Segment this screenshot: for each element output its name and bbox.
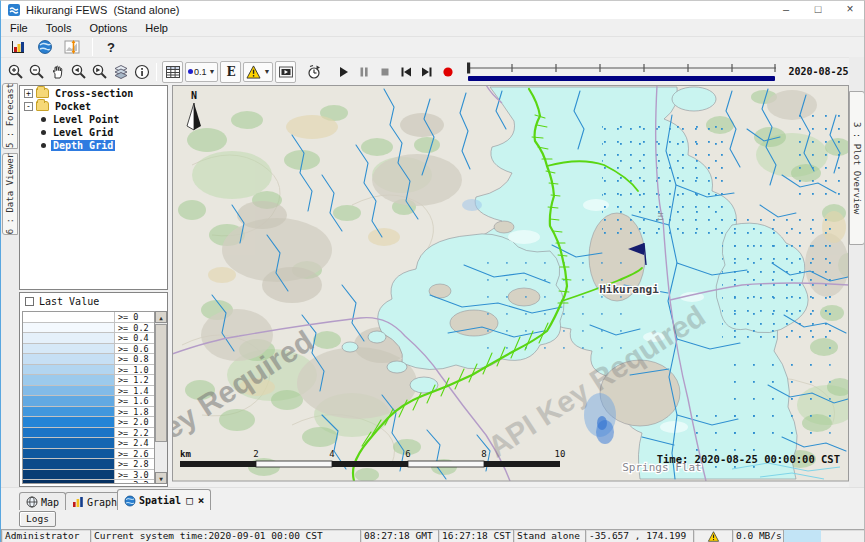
menu-file[interactable]: File xyxy=(1,20,37,36)
content-area: 5 : Forecast 6 : Data Viewer + Cross-sec… xyxy=(1,85,865,487)
frame-close-icon[interactable]: × xyxy=(198,494,205,507)
zoom-previous-button[interactable] xyxy=(68,61,89,83)
logs-row: Logs xyxy=(1,510,865,529)
skip-start-icon xyxy=(397,63,415,81)
time-slider[interactable] xyxy=(466,61,780,83)
tree-item-level-point[interactable]: Level Point xyxy=(20,113,167,125)
color-swatch xyxy=(23,354,115,365)
grid-display-button[interactable] xyxy=(162,61,183,83)
zoom-previous-icon xyxy=(70,63,88,81)
stop-button[interactable] xyxy=(374,61,395,83)
legend-row[interactable]: >= 0.8 xyxy=(23,354,164,365)
status-cst-time: 16:27:18 CST xyxy=(438,529,513,542)
legend-row[interactable]: >= 2.4 xyxy=(23,438,164,449)
maximize-button[interactable]: □ xyxy=(802,1,834,19)
menu-tools[interactable]: Tools xyxy=(37,20,81,36)
legend-row[interactable]: >= 3.2 xyxy=(23,480,164,484)
legend-row[interactable]: >= 1.6 xyxy=(23,396,164,407)
tree-item-pocket[interactable]: - Pocket xyxy=(20,100,167,112)
spatial-display-button[interactable] xyxy=(34,36,55,58)
legend-row[interactable]: >= 2.0 xyxy=(23,417,164,428)
status-user: Administrator xyxy=(1,529,90,542)
warning-dropdown[interactable]: ▼ xyxy=(243,62,273,82)
scroll-down-icon[interactable]: ▼ xyxy=(155,472,167,484)
zoom-out-button[interactable] xyxy=(26,61,47,83)
play-button[interactable] xyxy=(332,61,353,83)
zoom-next-button[interactable] xyxy=(89,61,110,83)
legend-row[interactable]: >= 2.2 xyxy=(23,428,164,439)
timer-icon xyxy=(305,63,323,81)
tab-forecast[interactable]: 5 : Forecast xyxy=(2,83,18,149)
help-button[interactable]: ? xyxy=(103,40,119,55)
legend-row[interactable]: >= 2.8 xyxy=(23,459,164,470)
legend-row[interactable]: >= 1.0 xyxy=(23,365,164,376)
legend-row[interactable]: >= 2.6 xyxy=(23,449,164,460)
color-swatch xyxy=(23,365,115,376)
legend-scrollbar[interactable]: ▲ ▼ xyxy=(154,311,167,484)
north-label: N xyxy=(191,90,197,101)
pan-button[interactable] xyxy=(47,61,68,83)
database-viewer-button[interactable] xyxy=(7,36,28,58)
time-span-bar xyxy=(468,76,775,81)
tree-item-depth-grid[interactable]: Depth Grid xyxy=(20,139,167,151)
status-coordinates: -35.657 , 174.199 xyxy=(585,529,693,542)
legend-row[interactable]: >= 1.2 xyxy=(23,375,164,386)
legend-row[interactable]: >= 0 xyxy=(23,312,164,323)
stop-icon xyxy=(376,63,394,81)
menu-help[interactable]: Help xyxy=(136,20,177,36)
info-button[interactable] xyxy=(131,61,152,83)
window-title: Hikurangi FEWS (Stand alone) xyxy=(26,4,770,16)
svg-text:6: 6 xyxy=(405,449,410,459)
map-canvas[interactable]: API Key Required API Key Required Hikura… xyxy=(172,85,849,487)
minimize-button[interactable]: – xyxy=(770,1,802,19)
scrollbar-thumb[interactable] xyxy=(155,324,167,442)
legend-row[interactable]: >= 0.6 xyxy=(23,344,164,355)
legend-row[interactable]: >= 0.4 xyxy=(23,333,164,344)
legend-row[interactable]: >= 1.4 xyxy=(23,386,164,397)
animation-settings-button[interactable] xyxy=(303,61,324,83)
record-button[interactable] xyxy=(437,61,458,83)
collapse-icon[interactable]: - xyxy=(24,102,33,111)
legend-row[interactable]: >= 1.8 xyxy=(23,407,164,418)
expand-icon[interactable]: + xyxy=(24,89,33,98)
menu-bar: File Tools Options Help xyxy=(1,19,865,37)
legend-header: Last Value xyxy=(20,293,167,310)
time-slider-handle[interactable] xyxy=(467,62,470,73)
tree-item-level-grid[interactable]: Level Grid xyxy=(20,126,167,138)
svg-text:10: 10 xyxy=(555,449,566,459)
tab-plot-overview[interactable]: 3 : Plot Overview xyxy=(849,91,865,245)
pause-button[interactable] xyxy=(353,61,374,83)
legend-row[interactable]: >= 0.2 xyxy=(23,323,164,334)
svg-text:8: 8 xyxy=(481,449,486,459)
layers-icon xyxy=(112,63,130,81)
tab-spatial[interactable]: Spatial □ × xyxy=(117,489,211,511)
legend-row[interactable]: >= 3.0 xyxy=(23,470,164,481)
tab-data-viewer[interactable]: 6 : Data Viewer xyxy=(2,153,18,235)
tab-map[interactable]: Map xyxy=(19,492,66,511)
animation-export-button[interactable] xyxy=(275,61,296,83)
legend-panel: Last Value >= 0 >= 0.2 >= 0.4 >= 0.6 >= … xyxy=(19,292,168,487)
right-tab-strip: 3 : Plot Overview xyxy=(849,57,865,487)
tree-item-cross-section[interactable]: + Cross-section xyxy=(20,87,167,99)
layers-button[interactable] xyxy=(110,61,131,83)
scale-unit: km xyxy=(180,449,191,459)
profile-tool-button[interactable] xyxy=(61,36,82,58)
logs-button[interactable]: Logs xyxy=(19,511,56,527)
last-value-checkbox[interactable] xyxy=(25,297,34,306)
step-back-button[interactable] xyxy=(395,61,416,83)
elevation-button[interactable]: E xyxy=(220,61,241,83)
filter-tree: + Cross-section - Pocket Level Point Lev… xyxy=(19,85,168,290)
status-warning-cell[interactable] xyxy=(693,529,732,542)
interval-value: 0.1 xyxy=(194,67,207,77)
tab-graph[interactable]: Graph xyxy=(65,492,124,511)
info-icon xyxy=(133,63,151,81)
zoom-in-button[interactable] xyxy=(5,61,26,83)
chevron-down-icon: ▼ xyxy=(209,68,216,75)
step-forward-button[interactable] xyxy=(416,61,437,83)
menu-options[interactable]: Options xyxy=(80,20,136,36)
contour-interval-dropdown[interactable]: 0.1 ▼ xyxy=(185,62,218,82)
scroll-up-icon[interactable]: ▲ xyxy=(155,311,167,323)
status-mode: Stand alone xyxy=(513,529,585,542)
frame-maximize-icon[interactable]: □ xyxy=(186,494,193,507)
close-button[interactable]: × xyxy=(834,1,865,19)
